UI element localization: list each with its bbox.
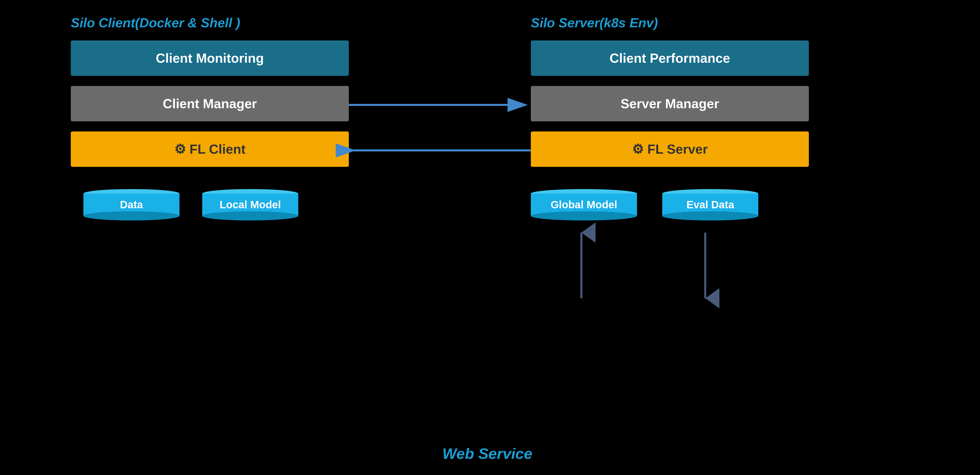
- data-cylinder: Data: [83, 185, 180, 225]
- eval-data-label: Eval Data: [686, 199, 734, 211]
- fl-client-label: FL Client: [189, 142, 245, 157]
- fl-server-gear-icon: ⚙: [632, 142, 644, 157]
- silo-client-label: Silo Client(Docker & Shell ): [71, 15, 240, 30]
- server-manager-label: Server Manager: [620, 96, 719, 111]
- client-performance-label: Client Performance: [610, 51, 730, 66]
- client-monitoring-box: Client Monitoring: [71, 40, 349, 76]
- fl-client-box: ⚙ FL Client: [71, 131, 349, 167]
- arrow-global-model-up: [576, 228, 586, 303]
- arrow-eval-data-down: [700, 228, 710, 303]
- global-model-label: Global Model: [550, 199, 617, 211]
- fl-server-box: ⚙ FL Server: [531, 131, 809, 167]
- local-model-cylinder: Local Model: [202, 185, 298, 225]
- arrow-client-to-server: [349, 100, 531, 110]
- eval-data-cylinder: Eval Data: [662, 185, 758, 225]
- global-model-cylinder: Global Model: [531, 185, 637, 225]
- client-performance-box: Client Performance: [531, 40, 809, 76]
- client-manager-label: Client Manager: [163, 96, 257, 111]
- fl-server-label: FL Server: [648, 142, 708, 157]
- client-monitoring-label: Client Monitoring: [156, 51, 264, 66]
- fl-client-gear-icon: ⚙: [174, 142, 186, 157]
- diagram-container: Silo Client(Docker & Shell ) Silo Server…: [0, 0, 980, 475]
- data-label: Data: [120, 199, 143, 211]
- arrow-server-to-client: [349, 145, 531, 155]
- local-model-label: Local Model: [220, 199, 281, 211]
- client-manager-box: Client Manager: [71, 86, 349, 121]
- web-service-label: Web Service: [442, 445, 532, 462]
- silo-server-label: Silo Server(k8s Env): [531, 15, 658, 30]
- server-manager-box: Server Manager: [531, 86, 809, 121]
